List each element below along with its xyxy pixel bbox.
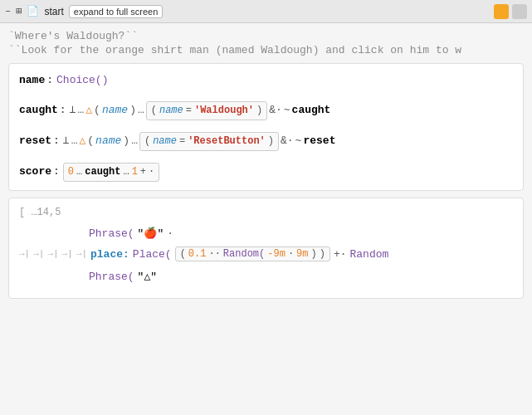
caught-tok-4: ) [129, 102, 136, 120]
action-btn-1[interactable] [494, 4, 509, 19]
arrow-3: →| [47, 249, 58, 259]
caught-tok-1: … [77, 102, 84, 120]
expand-fullscreen-button[interactable]: expand to full screen [69, 5, 164, 18]
comment-line-2: ``Look for the orange shirt man (named W… [8, 44, 524, 56]
name-keyword: name [19, 72, 45, 90]
reset-tok-reset: reset [303, 133, 335, 150]
caught-condition-box: ( name = 'Waldough' ) [146, 101, 267, 120]
arrow-4: →| [62, 249, 73, 259]
place-rparen: ) [311, 248, 317, 260]
code-area: name : Choice() caught : ⊥ … △ ( name ) … [8, 63, 524, 191]
place-func: Place( [133, 248, 172, 261]
phrase1-icon: "🍎" [138, 227, 164, 240]
score-tok-caught: caught [85, 164, 120, 180]
file-icon: 📄 [27, 5, 39, 17]
reset-tok-name: name [95, 133, 121, 150]
phrase2-icon: "△" [138, 270, 157, 283]
expand-icon[interactable]: ⊞ [16, 5, 22, 17]
place-dots: ·· [208, 248, 220, 260]
place-plus: +· [334, 248, 347, 261]
arrow-5: →| [76, 249, 87, 259]
caught-tok-5: … [138, 102, 144, 120]
caught-tok-caught: caught [292, 102, 331, 120]
place-num: 0.1 [188, 248, 207, 260]
caught-tok-2: △ [85, 102, 92, 120]
name-line: name : Choice() [19, 72, 513, 90]
place-random2: Random [350, 248, 389, 261]
score-tok-plus: + [140, 164, 146, 180]
reset-box-eq: = [179, 134, 185, 149]
reset-box-lparen: ( [144, 134, 150, 149]
phrase1-line: Phrase( "🍎" · [19, 227, 513, 240]
collapse-icon[interactable]: – [5, 6, 11, 17]
score-tok-3: 1 [132, 164, 138, 180]
caught-tok-3: ( [94, 102, 100, 120]
place-lparen: ( [180, 248, 186, 260]
bracket-comment: [ …14,5 [19, 207, 61, 218]
reset-tok-5: … [131, 133, 138, 150]
name-value: Choice() [56, 72, 108, 90]
reset-box-val: 'ResetButton' [188, 134, 266, 149]
caught-keyword: caught [19, 102, 58, 120]
reset-line: reset : ⊥ … △ ( name ) … ( name = 'Reset… [19, 132, 513, 151]
caught-tok-name: name [102, 102, 128, 120]
reset-tok-amp: &· [281, 133, 294, 150]
place-neg9m: -9m [267, 248, 286, 260]
caught-box-eq: = [186, 103, 192, 119]
reset-colon: : [53, 133, 60, 150]
place-rparen2: ) [320, 248, 325, 260]
arrow-1: →| [19, 249, 30, 259]
reset-tok-3: ( [87, 133, 94, 150]
score-box: 0 … caught … 1 + · [63, 163, 159, 182]
place-random: Random( [223, 248, 265, 260]
reset-condition-box: ( name = 'ResetButton' ) [139, 132, 279, 151]
reset-tok-tilde: ~ [295, 133, 302, 150]
place-args-box: ( 0.1 ·· Random( -9m · 9m ) ) [175, 247, 330, 261]
caught-tok-tilde: ~ [284, 102, 290, 120]
score-colon: : [53, 164, 60, 181]
phrase1-func: Phrase( [89, 227, 134, 240]
score-tok-2: … [123, 164, 129, 180]
caught-tok-0: ⊥ [70, 102, 76, 120]
caught-colon: : [60, 102, 66, 120]
score-tok-1: … [76, 164, 82, 180]
caught-tok-amp: &· [269, 102, 282, 120]
place-label: place: [90, 248, 129, 261]
place-sep: · [288, 248, 294, 260]
arrow-2: →| [33, 249, 44, 259]
score-tok-4: · [149, 164, 154, 180]
caught-box-rparen: ) [256, 103, 262, 119]
action-btn-2[interactable] [512, 4, 527, 19]
reset-box-rparen: ) [268, 134, 274, 149]
reset-tok-2: △ [79, 133, 85, 150]
arrow-place-line: →| →| →| →| →| place: Place( ( 0.1 ·· Ra… [19, 247, 513, 261]
caught-box-val: 'Waldough' [194, 103, 254, 119]
phrase2-line: Phrase( "△" [19, 270, 513, 283]
reset-tok-0: ⊥ [63, 133, 70, 150]
name-colon: : [46, 72, 53, 90]
caught-line: caught : ⊥ … △ ( name ) … ( name = 'Wald… [19, 101, 513, 120]
score-line: score : 0 … caught … 1 + · [19, 163, 513, 182]
score-tok-0: 0 [68, 164, 74, 180]
caught-box-lparen: ( [151, 103, 157, 119]
comment-line-1: `Where's Waldough?`` [8, 30, 524, 42]
window-title: start [44, 6, 63, 17]
phrase1-end: · [167, 227, 173, 240]
main-content: `Where's Waldough?`` ``Look for the oran… [0, 23, 532, 415]
bottom-section: [ …14,5 Phrase( "🍎" · →| →| →| →| →| pla… [8, 198, 524, 299]
reset-tok-1: … [71, 133, 78, 150]
reset-tok-4: ) [123, 133, 129, 150]
caught-box-name: name [159, 103, 183, 119]
score-keyword: score [19, 164, 51, 181]
bracket-comment-line: [ …14,5 [19, 207, 513, 218]
place-9m: 9m [296, 248, 308, 260]
reset-keyword: reset [19, 133, 51, 150]
top-bar: – ⊞ 📄 start expand to full screen [0, 0, 532, 23]
top-bar-actions [494, 4, 527, 19]
reset-box-name: name [153, 134, 177, 149]
phrase2-func: Phrase( [89, 271, 134, 283]
